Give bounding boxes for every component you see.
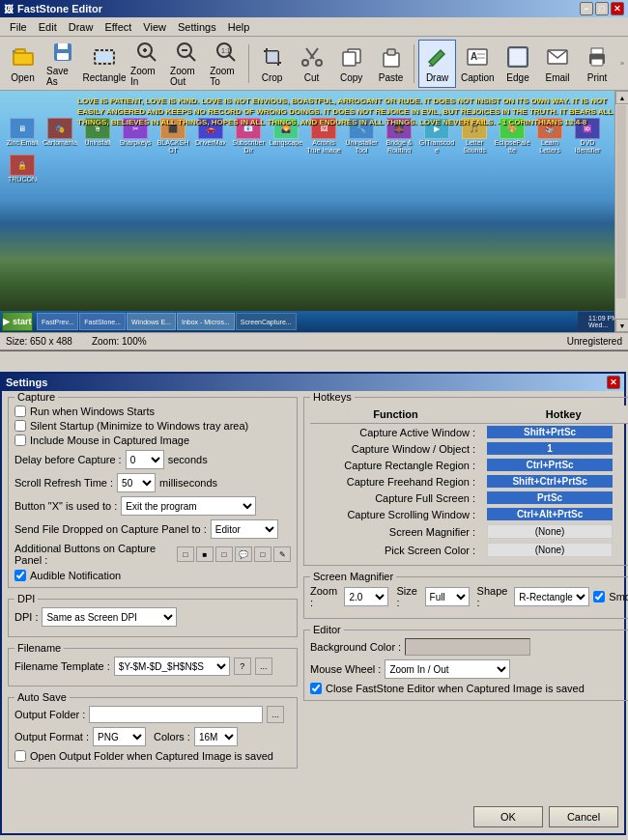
saveas-button[interactable]: Save As [43, 40, 81, 88]
cut-button[interactable]: Cut [293, 40, 330, 88]
hotkeys-table: Function Hotkey Capture Active Window : … [310, 406, 628, 559]
edge-button[interactable]: Edge [500, 40, 537, 88]
smooth-checkbox[interactable] [593, 591, 605, 602]
draw-button[interactable]: Draw [418, 40, 456, 88]
output-folder-browse[interactable]: ... [267, 706, 284, 723]
zoomin-label: Zoom In [130, 66, 162, 87]
colors-select[interactable]: 16M256 [194, 727, 238, 746]
zoomto-icon: 1:1 [213, 41, 240, 64]
run-windows-row: Run when Windows Starts [14, 406, 291, 417]
dpi-label: DPI : [14, 611, 38, 623]
close-button[interactable]: ✕ [611, 2, 624, 15]
include-mouse-checkbox[interactable] [14, 434, 26, 446]
hotkey-val-4[interactable]: PrtSc [487, 491, 613, 504]
desktop-icon: 🎭Cartomania [42, 118, 78, 154]
open-icon [10, 43, 37, 70]
svg-rect-7 [97, 52, 112, 62]
capture-btn-5[interactable]: □ [254, 546, 271, 562]
menu-edit[interactable]: Edit [33, 19, 63, 35]
template-select[interactable]: $Y-$M-$D_$H$N$S [114, 657, 230, 676]
hotkey-fn-5: Capture Scrolling Window : [310, 506, 481, 522]
paste-button[interactable]: Paste [372, 40, 410, 88]
mouse-wheel-select[interactable]: Zoom In / Out [385, 659, 510, 679]
minimize-button[interactable]: − [580, 2, 593, 15]
maximize-button[interactable]: □ [595, 2, 609, 15]
menu-view[interactable]: View [137, 19, 172, 35]
svg-rect-28 [343, 52, 356, 66]
close-editor-checkbox[interactable] [310, 683, 322, 694]
send-file-select[interactable]: Editor [211, 519, 278, 539]
svg-rect-2 [15, 49, 25, 53]
scroll-thumb[interactable] [616, 105, 626, 298]
audible-label: Audible Notification [30, 570, 121, 581]
scroll-down[interactable]: ▼ [615, 319, 628, 332]
capture-btn-2[interactable]: ■ [196, 546, 214, 562]
save-icon [49, 41, 76, 64]
bg-color-swatch[interactable] [405, 638, 530, 656]
hotkey-row-0: Capture Active Window : Shift+PrtSc [310, 424, 628, 441]
paste-label: Paste [379, 72, 404, 83]
caption-button[interactable]: A Caption [458, 40, 497, 88]
hotkey-val-6[interactable]: (None) [487, 524, 613, 539]
button-x-select[interactable]: Exit the program [121, 496, 256, 516]
hotkey-val-1[interactable]: 1 [487, 442, 613, 455]
open-button[interactable]: Open [4, 40, 42, 88]
hotkey-val-3[interactable]: Shift+Ctrl+PrtSc [487, 475, 613, 488]
print-button[interactable]: Print [579, 40, 616, 88]
capture-btn-edit[interactable]: ✎ [273, 546, 291, 562]
shape-select[interactable]: R-RectangleCircle [514, 587, 589, 606]
scroll-select[interactable]: 50100 [117, 473, 156, 492]
svg-rect-5 [57, 53, 69, 60]
open-folder-checkbox[interactable] [14, 750, 26, 762]
zoomout-icon [173, 41, 200, 64]
dpi-select[interactable]: Same as Screen DPI [42, 607, 177, 627]
hotkey-val-7[interactable]: (None) [487, 543, 613, 557]
zoom-select[interactable]: 2.01.53.0 [344, 587, 388, 606]
hotkey-row-2: Capture Rectangle Region : Ctrl+PrtSc [310, 457, 628, 473]
capture-btn-1[interactable]: □ [177, 546, 194, 562]
output-folder-input[interactable] [89, 706, 263, 723]
template-help-button[interactable]: ? [234, 658, 251, 675]
hotkeys-col-function: Function [310, 406, 481, 424]
size-select[interactable]: FullHalf [425, 587, 470, 606]
delay-select[interactable]: 0125 [126, 450, 164, 469]
svg-rect-4 [58, 43, 68, 49]
zoomout-button[interactable]: Zoom Out [167, 40, 205, 88]
rectangle-icon [91, 43, 118, 70]
hotkey-val-2[interactable]: Ctrl+PrtSc [487, 459, 613, 471]
run-windows-checkbox[interactable] [14, 406, 26, 417]
output-format-select[interactable]: PNGJPGBMP [93, 727, 146, 746]
menu-effect[interactable]: Effect [99, 19, 137, 35]
toolbar-expand[interactable]: » [620, 59, 624, 68]
menu-settings[interactable]: Settings [172, 19, 222, 35]
zoomout-label: Zoom Out [170, 66, 202, 87]
smooth-label: Smooth [609, 591, 628, 602]
close-editor-label: Close FastStone Editor when Captured Ima… [326, 683, 585, 694]
silent-startup-checkbox[interactable] [14, 420, 26, 432]
crop-button[interactable]: Crop [253, 40, 291, 88]
filename-group: Filename Filename Template : $Y-$M-$D_$H… [8, 648, 298, 686]
rectangle-button[interactable]: Rectangle [83, 40, 126, 88]
cancel-button[interactable]: Cancel [549, 806, 618, 827]
ok-button[interactable]: OK [473, 806, 543, 827]
saveas-label: Save As [46, 66, 78, 87]
hotkey-val-0[interactable]: Shift+PrtSc [487, 426, 613, 438]
capture-btn-3[interactable]: □ [215, 546, 233, 562]
audible-checkbox[interactable] [14, 570, 26, 581]
svg-point-26 [316, 60, 322, 66]
copy-button[interactable]: Copy [332, 40, 370, 88]
menu-help[interactable]: Help [222, 19, 256, 35]
email-button[interactable]: Email [539, 40, 577, 88]
zoomto-button[interactable]: 1:1 Zoom To [207, 40, 244, 88]
menu-draw[interactable]: Draw [63, 19, 100, 35]
scroll-up[interactable]: ▲ [615, 91, 628, 104]
hotkey-val-5[interactable]: Ctrl+Alt+PrtSc [487, 508, 613, 520]
template-browse-button[interactable]: ... [255, 658, 272, 675]
hotkey-fn-7: Pick Screen Color : [310, 541, 481, 559]
zoomin-button[interactable]: Zoom In [128, 40, 165, 88]
output-format-label: Output Format : [14, 731, 89, 742]
output-folder-label: Output Folder : [14, 709, 85, 720]
dialog-close-button[interactable]: ✕ [607, 376, 620, 389]
capture-btn-4[interactable]: 💬 [235, 546, 252, 562]
menu-file[interactable]: File [4, 19, 33, 35]
